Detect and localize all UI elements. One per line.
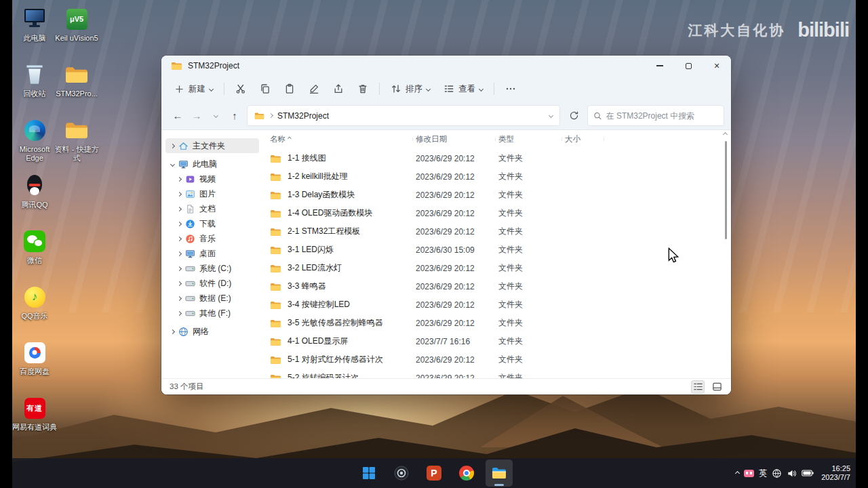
desktop-icon-tencent-qq[interactable]: 腾讯QQ bbox=[14, 172, 56, 226]
file-explorer-app-button[interactable] bbox=[486, 460, 513, 487]
view-button[interactable]: 查看 bbox=[437, 79, 489, 99]
forward-button[interactable]: → bbox=[187, 106, 206, 125]
powerpoint-app-button[interactable]: P bbox=[420, 460, 448, 487]
bilibili-tray-icon[interactable] bbox=[744, 470, 754, 477]
network-icon[interactable] bbox=[772, 468, 782, 479]
file-type: 文件夹 bbox=[496, 189, 562, 201]
sidebar-item-drive-c[interactable]: 系统 (C:) bbox=[165, 261, 259, 276]
screen-recorder-app-button[interactable] bbox=[388, 460, 415, 487]
file-row[interactable]: 2-1 STM32工程模板2023/6/29 20:12文件夹 bbox=[267, 222, 719, 241]
title-bar[interactable]: STM32Project × bbox=[161, 56, 731, 76]
refresh-button[interactable] bbox=[564, 106, 583, 125]
file-row[interactable]: 1-4 OLED驱动函数模块2023/6/29 20:12文件夹 bbox=[267, 204, 719, 222]
start-button[interactable] bbox=[355, 460, 382, 487]
hidden-icons-chevron[interactable] bbox=[735, 470, 740, 475]
file-date-modified: 2023/6/30 15:09 bbox=[413, 245, 496, 255]
sidebar-item-downloads[interactable]: 下载 bbox=[165, 216, 259, 231]
file-date-modified: 2023/6/29 20:12 bbox=[413, 300, 496, 310]
chevron-right-icon[interactable] bbox=[177, 176, 182, 181]
address-bar[interactable]: STM32Project bbox=[247, 105, 560, 126]
new-button[interactable]: 新建 bbox=[168, 79, 219, 99]
chevron-right-icon[interactable] bbox=[177, 296, 182, 300]
desktop-icon-microsoft-edge[interactable]: Microsoft Edge bbox=[14, 117, 56, 171]
desktop-icon-baidu-netdisk[interactable]: 百度网盘 bbox=[14, 339, 56, 393]
sidebar-item-drive-d[interactable]: 软件 (D:) bbox=[165, 276, 259, 291]
chevron-right-icon[interactable] bbox=[177, 310, 182, 315]
browser-app-button[interactable] bbox=[453, 460, 480, 487]
search-input[interactable] bbox=[606, 111, 718, 121]
file-row[interactable]: 3-5 光敏传感器控制蜂鸣器2023/6/29 20:12文件夹 bbox=[267, 314, 719, 332]
scrollbar-thumb[interactable] bbox=[725, 141, 727, 239]
copy-button[interactable] bbox=[254, 79, 277, 99]
desktop-icon-keil-uvision5[interactable]: μV5Keil uVision5 bbox=[56, 5, 98, 60]
paste-button[interactable] bbox=[278, 79, 301, 99]
file-name: 3-2 LED流水灯 bbox=[288, 262, 342, 274]
column-header-date-modified[interactable]: 修改日期 bbox=[413, 134, 496, 144]
back-button[interactable]: ← bbox=[168, 106, 187, 125]
volume-icon[interactable] bbox=[787, 468, 797, 479]
close-button[interactable]: × bbox=[703, 56, 731, 76]
chevron-right-icon[interactable] bbox=[170, 143, 175, 148]
chevron-right-icon[interactable] bbox=[177, 221, 182, 226]
sidebar-item-drive-f[interactable]: 其他 (F:) bbox=[165, 306, 259, 321]
file-row[interactable]: 1-3 Delay函数模块2023/6/29 20:12文件夹 bbox=[267, 186, 719, 204]
sidebar-item-desktop[interactable]: 桌面 bbox=[165, 246, 259, 261]
scrollbar-up-icon[interactable] bbox=[723, 132, 728, 137]
column-header-name[interactable]: 名称 bbox=[267, 134, 413, 144]
recent-locations-button[interactable] bbox=[206, 106, 225, 125]
battery-icon[interactable] bbox=[802, 470, 814, 476]
chevron-right-icon[interactable] bbox=[177, 236, 182, 241]
vertical-scrollbar[interactable] bbox=[722, 130, 730, 378]
desktop-icon-recycle-bin[interactable]: 回收站 bbox=[14, 61, 56, 115]
chevron-right-icon[interactable] bbox=[170, 329, 175, 333]
rename-button[interactable] bbox=[302, 79, 326, 99]
file-row[interactable]: 3-3 蜂鸣器2023/6/29 20:12文件夹 bbox=[267, 277, 719, 296]
file-row[interactable]: 3-4 按键控制LED2023/6/29 20:12文件夹 bbox=[267, 296, 719, 314]
file-row[interactable]: 1-2 keilkill批处理2023/6/29 20:12文件夹 bbox=[267, 167, 719, 186]
toolbar-divider bbox=[494, 83, 494, 95]
sidebar-item-pictures[interactable]: 图片 bbox=[165, 186, 259, 201]
up-button[interactable]: ↑ bbox=[225, 106, 244, 125]
column-header-size[interactable]: 大小 bbox=[562, 134, 604, 144]
desktop-icon-ziliao-shortcut[interactable]: 资料 - 快捷方式 bbox=[56, 117, 98, 171]
address-dropdown-icon[interactable] bbox=[549, 113, 553, 118]
maximize-button[interactable] bbox=[674, 56, 703, 76]
minimize-button[interactable] bbox=[646, 56, 674, 76]
sidebar-item-network[interactable]: 网络 bbox=[165, 324, 259, 339]
desktop-icon-youdao-dict[interactable]: 有道网易有道词典 bbox=[14, 394, 56, 449]
chevron-right-icon[interactable] bbox=[177, 206, 182, 211]
file-row[interactable]: 3-2 LED流水灯2023/6/29 20:12文件夹 bbox=[267, 259, 719, 277]
chevron-right-icon[interactable] bbox=[177, 251, 182, 256]
taskbar-clock[interactable]: 16:25 2023/7/7 bbox=[821, 464, 850, 482]
sidebar-item-drive-e[interactable]: 数据 (E:) bbox=[165, 291, 259, 306]
desktop-icon-this-pc[interactable]: 此电脑 bbox=[14, 5, 56, 60]
file-row[interactable]: 5-1 对射式红外传感器计次2023/6/29 20:12文件夹 bbox=[267, 350, 719, 369]
sidebar-item-documents[interactable]: 文档 bbox=[165, 201, 259, 216]
sidebar-item-videos[interactable]: 视频 bbox=[165, 171, 259, 186]
sort-button[interactable]: 排序 bbox=[384, 79, 436, 99]
share-button[interactable] bbox=[327, 79, 350, 99]
file-row[interactable]: 5-2 旋转编码器计次2023/6/29 20:12文件夹 bbox=[267, 369, 719, 378]
sidebar-item-music[interactable]: 音乐 bbox=[165, 231, 259, 246]
breadcrumb-path[interactable]: STM32Project bbox=[277, 111, 329, 121]
column-header-type[interactable]: 类型 bbox=[496, 134, 562, 144]
file-row[interactable]: 1-1 接线图2023/6/29 20:12文件夹 bbox=[267, 149, 719, 167]
delete-button[interactable] bbox=[351, 79, 374, 99]
chevron-down-icon[interactable] bbox=[170, 161, 175, 166]
desktop-icon-qq-music[interactable]: ♪QQ音乐 bbox=[14, 283, 56, 338]
file-row[interactable]: 3-1 LED闪烁2023/6/30 15:09文件夹 bbox=[267, 241, 719, 259]
ime-indicator[interactable]: 英 bbox=[759, 468, 767, 479]
sidebar-item-this-pc[interactable]: 此电脑 bbox=[165, 157, 259, 171]
desktop-icon-stm32pro-folder[interactable]: STM32Pro... bbox=[56, 61, 98, 115]
chevron-right-icon[interactable] bbox=[177, 266, 182, 270]
more-button[interactable] bbox=[499, 79, 522, 99]
details-view-button[interactable] bbox=[692, 381, 704, 393]
folder-icon bbox=[270, 154, 281, 163]
chevron-right-icon[interactable] bbox=[177, 191, 182, 196]
sidebar-item-home[interactable]: 主文件夹 bbox=[165, 138, 259, 153]
file-row[interactable]: 4-1 OLED显示屏2023/7/7 16:16文件夹 bbox=[267, 332, 719, 350]
chevron-right-icon[interactable] bbox=[177, 281, 182, 285]
cut-button[interactable] bbox=[229, 79, 252, 99]
thumbnail-view-button[interactable] bbox=[711, 381, 723, 393]
desktop-icon-wechat[interactable]: 微信 bbox=[14, 228, 56, 282]
